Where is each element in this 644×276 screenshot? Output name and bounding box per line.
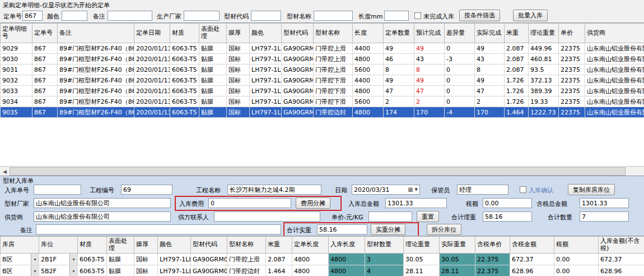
cell[interactable]: 9030 xyxy=(1,54,32,65)
cell[interactable]: 山东南山铝业股份有限公司 xyxy=(585,96,644,107)
cell[interactable]: LH797-1LL0 xyxy=(250,43,282,54)
cell[interactable]: 5600 xyxy=(353,65,384,75)
cell[interactable]: 9033 xyxy=(1,86,32,96)
manufacturer-input[interactable] xyxy=(184,11,220,21)
cell[interactable]: 贴膜 xyxy=(199,43,227,54)
table-row[interactable]: 903286789#门框型材F26-F40（866+867）2020/01/13… xyxy=(1,75,644,86)
cell[interactable]: 门带腔边封 xyxy=(227,265,266,276)
cell[interactable]: 6063-T5 xyxy=(170,54,199,65)
cell[interactable]: 4800 xyxy=(329,265,365,276)
cell[interactable]: 89#门框型材F26-F40（866+867） xyxy=(58,86,134,96)
cell[interactable]: 4800 xyxy=(353,86,384,96)
cell[interactable]: LH797-1LL0 xyxy=(250,54,282,65)
cell[interactable]: 2020/01/13 xyxy=(134,65,170,75)
cell[interactable]: 国标 xyxy=(227,43,250,54)
cell[interactable]: 国标 xyxy=(134,265,158,276)
cell[interactable]: 2 xyxy=(475,96,505,107)
fee-allocate-button[interactable]: 费用分摊 xyxy=(296,197,330,209)
cell[interactable]: 89#门框型材F26-F40（866+867） xyxy=(58,75,134,86)
table-row[interactable]: 903086789#门框型材F26-F40（866+867）2020/01/13… xyxy=(1,54,644,65)
cell[interactable]: 6063-T5 xyxy=(170,65,199,75)
cell[interactable]: 46 xyxy=(384,54,414,65)
cell[interactable]: 6063-T5 xyxy=(78,265,107,276)
cell[interactable]: 6063-T5 xyxy=(170,107,199,118)
note-input[interactable] xyxy=(36,224,281,234)
cell[interactable]: 628.96 xyxy=(510,265,554,276)
cell[interactable]: GA90GRM04 xyxy=(282,86,314,96)
cell[interactable]: GA90GRM03 xyxy=(282,54,314,65)
cell[interactable]: GA90GRM03 xyxy=(282,43,314,54)
cell[interactable]: 0 xyxy=(445,65,475,75)
cell[interactable]: 672.37 xyxy=(510,254,554,265)
cell[interactable]: 1.464 xyxy=(505,107,529,118)
cell[interactable]: 2.087 xyxy=(505,54,529,65)
cell[interactable]: 628.96 xyxy=(599,265,644,276)
dropdown-arrow-icon[interactable]: ▾ xyxy=(69,265,77,276)
cell[interactable]: 国标 xyxy=(227,96,250,107)
cell[interactable]: GA90GRM03 xyxy=(191,254,227,265)
cell[interactable]: 867 xyxy=(32,96,58,107)
project-name-input[interactable]: 长沙万科魅力之城4.2期 xyxy=(227,185,321,195)
cell[interactable]: 2020/01/13 xyxy=(134,96,170,107)
cell[interactable]: 2020/01/13 xyxy=(134,86,170,96)
cell[interactable]: 0 xyxy=(445,75,475,86)
batch-inbound-button[interactable]: 批量入库 xyxy=(513,10,548,21)
cell[interactable]: 460.81 xyxy=(529,54,559,65)
cell[interactable]: 49 xyxy=(414,43,445,54)
dropdown-arrow-icon[interactable]: ▾ xyxy=(69,254,77,265)
table-row[interactable]: B区▾5B2F▾6063-T5贴膜国标LH797-1LL0GA90GRM05门带… xyxy=(1,265,644,276)
cell[interactable]: GA90GRM04 xyxy=(282,75,314,86)
cell[interactable]: 4800 xyxy=(292,265,329,276)
calendar-icon[interactable]: ▦ xyxy=(408,187,413,192)
remark-input[interactable] xyxy=(108,11,152,21)
cell[interactable]: 山东南山铝业股份有限公司 xyxy=(585,43,644,54)
table-row[interactable]: 903386789#门框型材F26-F40（866+867）2020/01/13… xyxy=(1,86,644,96)
copy-warehouse-button[interactable]: 复制库房库位 xyxy=(568,184,615,195)
cell[interactable]: 372.13 xyxy=(529,75,559,86)
scrollbar-thumb[interactable] xyxy=(10,167,626,176)
cell[interactable]: 6063-T5 xyxy=(170,43,199,54)
cell[interactable]: 174 xyxy=(384,107,414,118)
cell[interactable]: LH797-1LL0 xyxy=(250,96,282,107)
cell[interactable]: 0.00 xyxy=(554,254,599,265)
theory-weight-input[interactable] xyxy=(483,211,532,222)
table-row[interactable]: 903586789#门框型材F26-F40（866+867）2020/01/13… xyxy=(1,107,644,118)
cell[interactable]: 2020/01/13 xyxy=(134,43,170,54)
cell[interactable]: 867 xyxy=(32,43,58,54)
inbound-confirm-checkbox[interactable] xyxy=(520,186,526,193)
cell[interactable]: 0 xyxy=(445,96,475,107)
cell[interactable]: 5600 xyxy=(353,96,384,107)
cell[interactable]: 4400 xyxy=(353,75,384,86)
dropdown-arrow-icon[interactable]: ▾ xyxy=(31,265,39,276)
cell[interactable]: 4800 xyxy=(329,254,365,265)
cell[interactable]: 门带腔上滑 xyxy=(314,54,353,65)
cell[interactable]: 9029 xyxy=(1,43,32,54)
factory-input[interactable] xyxy=(34,198,171,208)
cell[interactable]: 170 xyxy=(475,107,505,118)
cell[interactable]: 93.5 xyxy=(529,65,559,75)
cell[interactable]: 22375 xyxy=(559,43,585,54)
cell[interactable]: 门带腔上滑 xyxy=(227,254,266,265)
horizontal-scrollbar[interactable]: ◀ xyxy=(0,166,644,176)
cell[interactable]: 22375 xyxy=(559,65,585,75)
cell[interactable]: LH797-1LL0 xyxy=(250,75,282,86)
cell[interactable]: 山东南山铝业股份有限公司 xyxy=(585,107,644,118)
cell[interactable]: 89#门框型材F26-F40（866+867） xyxy=(58,43,134,54)
cell[interactable]: 2.087 xyxy=(505,43,529,54)
cell[interactable]: 贴膜 xyxy=(107,254,134,265)
cell[interactable]: -4 xyxy=(445,107,475,118)
cell[interactable]: 22.375 xyxy=(475,254,510,265)
date-input[interactable]: 2020/03/31 ▦ ▼ xyxy=(352,185,420,195)
cell[interactable]: -3 xyxy=(445,54,475,65)
cell[interactable]: 门带腔上滑 xyxy=(314,43,353,54)
cell[interactable]: 0 xyxy=(445,86,475,96)
cell[interactable]: 22375 xyxy=(559,107,585,118)
reset-button[interactable]: 重置 xyxy=(417,211,439,222)
table-row[interactable]: B区▾2B1F▾6063-T5贴膜国标LH797-1LL0GA90GRM03门带… xyxy=(1,254,644,265)
cell[interactable]: 89#门框型材F26-F40（866+867） xyxy=(58,54,134,65)
cell[interactable]: 国标 xyxy=(227,86,250,96)
cell[interactable]: 47 xyxy=(475,86,505,96)
cell[interactable]: 22375 xyxy=(559,86,585,96)
cell[interactable]: 贴膜 xyxy=(199,65,227,75)
cell[interactable]: 49 xyxy=(414,75,445,86)
